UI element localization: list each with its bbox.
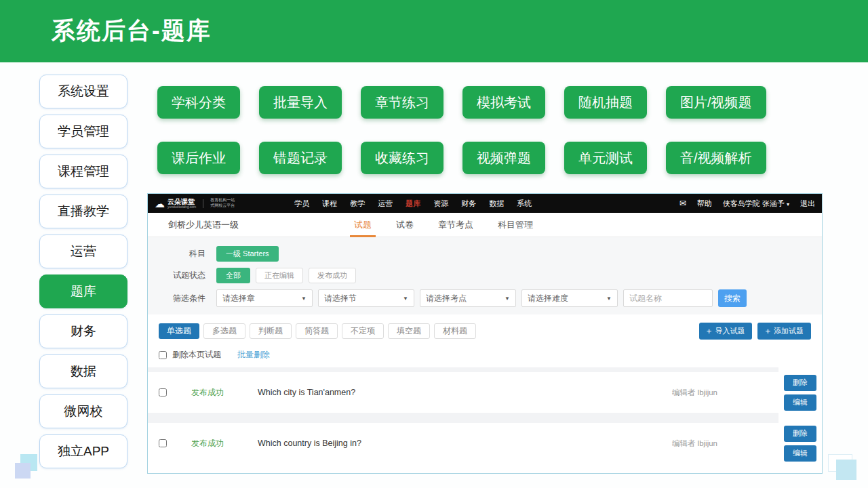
tab-chapter-points[interactable]: 章节考点	[438, 213, 473, 237]
type-multi-choice[interactable]: 多选题	[203, 323, 245, 339]
status-editing-pill[interactable]: 正在编辑	[256, 268, 303, 283]
subject-pill-starters[interactable]: 一级 Starters	[216, 246, 279, 262]
account-name: 侠客岛学院 张涵予	[723, 199, 785, 207]
row-checkbox[interactable]	[159, 439, 167, 447]
account-menu[interactable]: 侠客岛学院 张涵予 ▾	[723, 199, 789, 209]
chevron-down-icon: ▾	[787, 201, 789, 207]
brand-tagline-line1: 教育机构一站	[210, 198, 235, 203]
status-all-pill[interactable]: 全部	[216, 268, 250, 283]
sidebar-item-system-settings[interactable]: 系统设置	[39, 75, 127, 108]
bulk-delete-link[interactable]: 批量删除	[237, 349, 270, 361]
nav-item-operations[interactable]: 运营	[378, 199, 393, 209]
feature-chapter-practice[interactable]: 章节练习	[361, 86, 443, 119]
question-name-input[interactable]	[623, 289, 713, 307]
question-row-1: 发布成功 Which city is Tian'anmen? 编辑者 lbjij…	[148, 372, 822, 413]
add-question-button[interactable]: + 添加试题	[757, 323, 811, 340]
tab-subject-mgmt[interactable]: 科目管理	[498, 213, 533, 237]
feature-subject-classify[interactable]: 学科分类	[157, 86, 240, 119]
sidebar-item-finance[interactable]: 财务	[39, 314, 127, 348]
feature-audio-video-analysis[interactable]: 音/视频解析	[666, 142, 766, 174]
cloud-icon: ☁	[155, 199, 165, 209]
edit-button[interactable]: 编辑	[784, 445, 816, 462]
row-divider	[148, 367, 778, 372]
nav-item-system[interactable]: 系统	[517, 199, 532, 209]
course-title: 剑桥少儿英语一级	[168, 219, 239, 231]
row-checkbox[interactable]	[159, 388, 167, 396]
question-list-panel: 单选题 多选题 判断题 简答题 不定项 填空题 材料题 + 导入试题 + 添加试…	[148, 314, 822, 473]
feature-mock-exam[interactable]: 模拟考试	[462, 86, 545, 119]
status-published-pill[interactable]: 发布成功	[309, 268, 356, 283]
type-short-answer[interactable]: 简答题	[296, 323, 338, 339]
feature-batch-import[interactable]: 批量导入	[259, 86, 342, 119]
caret-down-icon: ▼	[301, 296, 307, 302]
tab-questions[interactable]: 试题	[354, 213, 372, 237]
feature-homework[interactable]: 课后作业	[157, 142, 240, 174]
filter-row-status: 试题状态 全部 正在编辑 发布成功	[148, 268, 822, 283]
feature-unit-test[interactable]: 单元测试	[564, 142, 647, 174]
row-actions: 删除 编辑	[778, 372, 822, 413]
delete-button[interactable]: 删除	[784, 375, 816, 391]
status-badge: 发布成功	[191, 387, 231, 399]
plus-icon: +	[765, 327, 770, 336]
type-material[interactable]: 材料题	[434, 323, 476, 339]
point-select[interactable]: 请选择考点 ▼	[420, 289, 516, 307]
sidebar-item-student-mgmt[interactable]: 学员管理	[39, 115, 127, 148]
status-label: 试题状态	[148, 270, 205, 281]
filter-row-conditions: 筛选条件 请选择章 ▼ 请选择节 ▼ 请选择考点 ▼ 请选择难度 ▼	[148, 289, 822, 307]
page-title: 系统后台-题库	[0, 0, 868, 47]
question-card: 发布成功 Which country is Beijing in? 编辑者 lb…	[148, 423, 778, 464]
nav-item-students[interactable]: 学员	[294, 199, 309, 209]
type-fill-blank[interactable]: 填空题	[388, 323, 430, 339]
logout-link[interactable]: 退出	[800, 199, 815, 209]
feature-favorite-practice[interactable]: 收藏练习	[361, 142, 443, 174]
nav-item-question-bank[interactable]: 题库	[406, 199, 420, 209]
sidebar-item-question-bank[interactable]: 题库	[39, 274, 127, 308]
delete-button[interactable]: 删除	[784, 426, 816, 442]
logo-divider	[203, 199, 203, 208]
nav-item-resources[interactable]: 资源	[433, 199, 448, 209]
plus-icon: +	[707, 327, 712, 336]
sidebar-item-standalone-app[interactable]: 独立APP	[39, 434, 127, 468]
import-questions-button[interactable]: + 导入试题	[699, 323, 753, 340]
section-select[interactable]: 请选择节 ▼	[318, 289, 414, 307]
bulk-actions-row: 删除本页试题 批量删除	[148, 340, 822, 367]
admin-screenshot: ☁ 云朵课堂 yunduoketang.com 教育机构一站 式网校云平台 学员…	[147, 193, 823, 474]
brand-tagline-line2: 式网校云平台	[210, 203, 235, 209]
nav-item-finance[interactable]: 财务	[461, 199, 476, 209]
question-card: 发布成功 Which city is Tian'anmen? 编辑者 lbjij…	[148, 372, 778, 413]
nav-item-data[interactable]: 数据	[489, 199, 504, 209]
search-button[interactable]: 搜索	[718, 289, 747, 307]
page-banner: 系统后台-题库	[0, 0, 868, 62]
feature-video-popup-question[interactable]: 视频弹题	[462, 142, 545, 174]
question-text: Which city is Tian'anmen?	[258, 388, 355, 397]
delete-page-label[interactable]: 删除本页试题	[172, 349, 221, 361]
decor-square-bottom-right-fill	[836, 460, 856, 480]
mail-icon[interactable]: ✉	[679, 199, 686, 208]
feature-wrong-question-record[interactable]: 错题记录	[259, 142, 342, 174]
sidebar: 系统设置 学员管理 课程管理 直播教学 运营 题库 财务 数据 微网校 独立AP…	[39, 75, 127, 468]
sidebar-item-micro-school[interactable]: 微网校	[39, 394, 127, 428]
tab-papers[interactable]: 试卷	[396, 213, 414, 237]
feature-image-video-question[interactable]: 图片/视频题	[666, 86, 766, 119]
sidebar-item-data[interactable]: 数据	[39, 354, 127, 388]
editor-label: 编辑者 lbjijun	[672, 388, 717, 398]
chapter-select[interactable]: 请选择章 ▼	[216, 289, 313, 307]
type-true-false[interactable]: 判断题	[250, 323, 292, 339]
admin-top-nav: ☁ 云朵课堂 yunduoketang.com 教育机构一站 式网校云平台 学员…	[148, 194, 822, 213]
feature-row-2: 课后作业 错题记录 收藏练习 视频弹题 单元测试 音/视频解析	[157, 142, 808, 174]
type-single-choice[interactable]: 单选题	[159, 323, 199, 339]
select-all-checkbox[interactable]	[159, 351, 167, 359]
nav-item-teaching[interactable]: 教学	[350, 199, 365, 209]
question-row-2: 发布成功 Which country is Beijing in? 编辑者 lb…	[148, 423, 822, 464]
edit-button[interactable]: 编辑	[784, 394, 816, 411]
nav-item-courses[interactable]: 课程	[322, 199, 337, 209]
question-type-row: 单选题 多选题 判断题 简答题 不定项 填空题 材料题 + 导入试题 + 添加试…	[148, 314, 822, 340]
editor-label: 编辑者 lbjijun	[672, 439, 717, 449]
sidebar-item-operations[interactable]: 运营	[39, 235, 127, 268]
help-link[interactable]: 帮助	[697, 199, 712, 209]
type-indeterminate[interactable]: 不定项	[342, 323, 384, 339]
difficulty-select[interactable]: 请选择难度 ▼	[521, 289, 618, 307]
sidebar-item-live-teaching[interactable]: 直播教学	[39, 195, 127, 228]
feature-random-draw[interactable]: 随机抽题	[564, 86, 647, 119]
sidebar-item-course-mgmt[interactable]: 课程管理	[39, 155, 127, 188]
